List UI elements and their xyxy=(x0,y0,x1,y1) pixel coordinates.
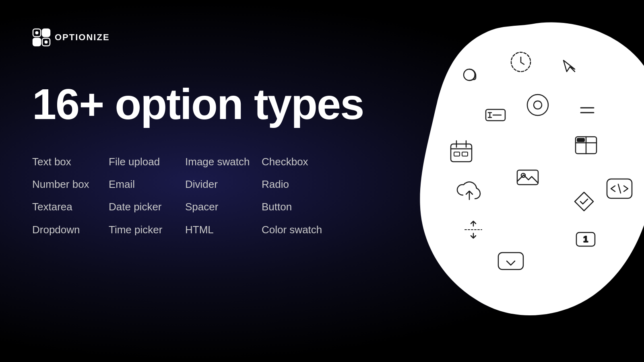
feature-divider: Divider xyxy=(185,175,262,193)
svg-rect-26 xyxy=(577,138,584,142)
diamond-check-icon xyxy=(572,189,597,214)
feature-spacer: Spacer xyxy=(185,198,262,216)
feature-number-box: Number box xyxy=(32,175,109,193)
main-heading: 16+ option types xyxy=(32,80,363,128)
svg-text:1: 1 xyxy=(583,234,588,244)
logo: OPTIONIZE xyxy=(32,28,110,47)
svg-rect-1 xyxy=(42,29,50,37)
svg-rect-21 xyxy=(454,152,460,156)
feature-text-box: Text box xyxy=(32,153,109,171)
svg-point-13 xyxy=(527,95,548,115)
feature-dropdown: Dropdown xyxy=(32,221,109,239)
radio-icon xyxy=(523,90,552,119)
upload-icon xyxy=(455,177,484,206)
table-icon xyxy=(572,131,601,160)
feature-list: Text box File upload Image swatch Checkb… xyxy=(32,153,338,239)
feature-file-upload: File upload xyxy=(109,153,185,171)
brand-name: OPTIONIZE xyxy=(55,32,110,43)
heading-title: 16+ option types xyxy=(32,80,363,128)
feature-radio: Radio xyxy=(262,175,338,193)
svg-rect-34 xyxy=(498,253,523,269)
spacer-icon xyxy=(461,217,486,242)
svg-line-31 xyxy=(618,184,621,193)
image-icon xyxy=(513,163,542,192)
svg-point-14 xyxy=(534,101,542,109)
feature-html: HTML xyxy=(185,221,262,239)
menu-icon xyxy=(574,97,601,124)
dropdown-icon xyxy=(495,249,526,273)
text-input-icon xyxy=(481,101,510,130)
number-box-icon: 1 xyxy=(572,225,600,253)
cursor-icon xyxy=(555,52,583,80)
svg-point-5 xyxy=(45,41,48,44)
calendar-icon xyxy=(447,137,476,166)
svg-rect-2 xyxy=(33,38,41,46)
feature-email: Email xyxy=(109,175,185,193)
feature-button: Button xyxy=(262,198,338,216)
feature-image-swatch: Image swatch xyxy=(185,153,262,171)
svg-rect-22 xyxy=(462,152,468,156)
code-icon xyxy=(604,173,635,204)
feature-textarea: Textarea xyxy=(32,198,109,216)
logo-icon xyxy=(32,28,51,47)
icons-overlay: 1 xyxy=(394,12,644,318)
email-icon xyxy=(455,60,484,89)
feature-date-picker: Date picker xyxy=(109,198,185,216)
svg-point-4 xyxy=(35,31,39,35)
feature-checkbox: Checkbox xyxy=(262,153,338,171)
svg-rect-27 xyxy=(517,170,538,185)
clock-icon xyxy=(507,48,535,76)
feature-color-swatch: Color swatch xyxy=(262,221,338,239)
feature-time-picker: Time picker xyxy=(109,221,185,239)
